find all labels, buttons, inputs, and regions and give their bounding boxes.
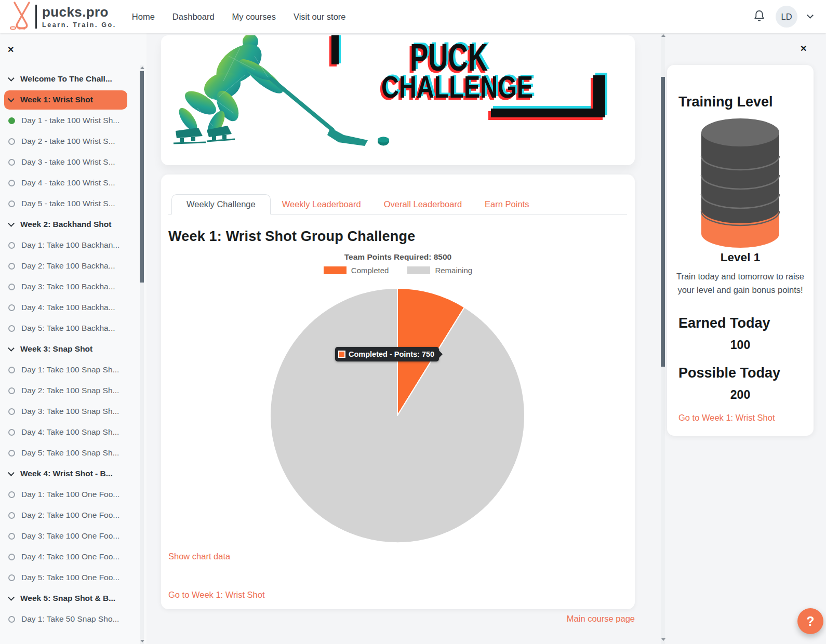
drawer-go-to-week-link[interactable]: Go to Week 1: Wrist Shot [678,413,775,423]
course-index-activity[interactable]: Day 1: Take 100 Backhan... [0,235,137,256]
hockey-sticks-logo-icon [8,1,33,32]
course-index-label: Week 5: Snap Shot & B... [20,594,115,603]
course-index-activity[interactable]: Day 4: Take 100 Snap Sh... [0,422,137,442]
tab-weekly-challenge[interactable]: Weekly Challenge [171,194,271,214]
top-navbar: pucks.pro Learn. Train. Go. Home Dashboa… [0,0,826,33]
incomplete-circle-icon [8,304,15,311]
nav-item-dashboard[interactable]: Dashboard [172,12,215,22]
nav-item-my-courses[interactable]: My courses [232,12,276,22]
chart-legend: CompletedRemaining [161,266,635,275]
course-index-activity[interactable]: Day 2 - take 100 Wrist S... [0,131,137,152]
course-index-section[interactable]: Week 4: Wrist Shot - B... [0,463,137,484]
nav-item-visit-store[interactable]: Visit our store [294,12,346,22]
chart-tooltip: Completed - Points: 750 [335,347,439,361]
course-index-activity[interactable]: Day 1: Take 50 Snap Sho... [0,609,137,629]
legend-label: Remaining [435,266,472,275]
legend-swatch-icon [407,266,430,274]
course-index-activity[interactable]: Day 1 - take 100 Wrist Sh... [0,110,137,131]
course-index-section[interactable]: Week 2: Backhand Shot [0,214,137,235]
show-chart-data-link[interactable]: Show chart data [168,552,230,561]
tab-overall-leaderboard[interactable]: Overall Leaderboard [384,194,462,214]
scroll-up-arrow-icon[interactable] [661,34,665,37]
course-index-activity[interactable]: Day 1: Take 100 One Foo... [0,484,137,505]
course-index-activity[interactable]: Day 3: Take 100 One Foo... [0,526,137,546]
scroll-down-arrow-icon[interactable] [140,640,144,642]
course-index-list: Welcome To The Chall...Week 1: Wrist Sho… [0,69,137,629]
course-index-activity[interactable]: Day 2: Take 100 Backha... [0,256,137,276]
nav-item-home[interactable]: Home [132,12,155,22]
notification-bell-icon[interactable] [753,9,765,24]
incomplete-circle-icon [8,159,15,166]
course-index-sidebar: ✕ Welcome To The Chall...Week 1: Wrist S… [0,33,146,644]
incomplete-circle-icon [8,616,15,623]
pie-chart[interactable] [268,286,527,545]
training-level-card: Training Level Level 1 Train today and t… [667,65,814,436]
puck-challenge-hero-art: PUCK PUCK PUCK CHALLENGE CHALLENGE CHALL… [161,35,635,165]
tooltip-swatch-icon [338,351,345,358]
course-index-label: Day 5 - take 100 Wrist S... [21,199,115,208]
course-index-section[interactable]: Week 1: Wrist Shot [4,90,127,110]
legend-item-completed[interactable]: Completed [324,266,389,275]
main-scrollbar[interactable] [661,77,665,367]
chart-title: Team Points Required: 8500 [161,252,635,262]
hero-banner-card: PUCK PUCK PUCK CHALLENGE CHALLENGE CHALL… [161,35,635,165]
close-icon[interactable]: ✕ [800,44,807,53]
course-index-activity[interactable]: Day 3: Take 100 Snap Sh... [0,401,137,422]
avatar[interactable]: LD [776,6,797,28]
chevron-down-icon [8,594,15,601]
chevron-down-icon [8,96,15,102]
svg-text:CHALLENGE: CHALLENGE [381,70,533,104]
incomplete-circle-icon [8,138,15,145]
go-to-week-link[interactable]: Go to Week 1: Wrist Shot [168,590,265,600]
completed-dot-icon [8,117,15,124]
course-index-activity[interactable]: Day 2: Take 100 One Foo... [0,505,137,526]
help-button[interactable]: ? [797,608,823,634]
course-index-label: Day 4: Take 100 Backha... [21,303,115,312]
course-index-activity[interactable]: Day 4 - take 100 Wrist S... [0,172,137,193]
tab-bar: Weekly ChallengeWeekly LeaderboardOveral… [168,194,627,214]
legend-item-remaining[interactable]: Remaining [407,266,472,275]
course-index-section[interactable]: Week 5: Snap Shot & B... [0,588,137,609]
tab-weekly-leaderboard[interactable]: Weekly Leaderboard [282,194,361,214]
scroll-down-arrow-icon[interactable] [661,638,665,641]
course-index-activity[interactable]: Day 5 - take 100 Wrist S... [0,193,137,214]
course-index-label: Day 4: Take 100 Snap Sh... [21,427,119,437]
pie-slice-remaining [270,288,525,543]
hockey-player-art [174,35,389,146]
course-index-label: Week 1: Wrist Shot [20,95,93,104]
course-index-activity[interactable]: Day 4: Take 100 One Foo... [0,546,137,567]
course-index-label: Welcome To The Chall... [20,74,112,84]
close-icon[interactable]: ✕ [7,45,14,55]
tooltip-text: Completed - Points: 750 [349,350,434,358]
chevron-down-icon[interactable] [807,12,814,19]
course-index-section[interactable]: Welcome To The Chall... [0,69,137,89]
course-index-activity[interactable]: Day 1: Take 100 Snap Sh... [0,359,137,380]
course-index-label: Day 1: Take 50 Snap Sho... [21,614,119,624]
course-index-label: Day 4: Take 100 One Foo... [21,552,119,561]
training-level-cylinder-icon [699,117,782,254]
course-index-activity[interactable]: Day 5: Take 100 One Foo... [0,567,137,588]
incomplete-circle-icon [8,408,15,415]
main-course-page-link[interactable]: Main course page [567,614,635,624]
incomplete-circle-icon [8,387,15,394]
sidebar-scrollbar[interactable] [140,71,144,283]
incomplete-circle-icon [8,533,15,540]
course-index-activity[interactable]: Day 2: Take 100 Snap Sh... [0,380,137,401]
earned-today-value: 100 [667,338,814,352]
course-index-activity[interactable]: Day 3 - take 100 Wrist S... [0,152,137,172]
scroll-up-arrow-icon[interactable] [140,66,144,69]
course-index-activity[interactable]: Day 5: Take 100 Backha... [0,318,137,339]
brand-divider [35,5,37,29]
incomplete-circle-icon [8,512,15,519]
course-index-section[interactable]: Week 3: Snap Shot [0,339,137,359]
course-index-activity[interactable]: Day 4: Take 100 Backha... [0,297,137,318]
incomplete-circle-icon [8,180,15,186]
tab-earn-points[interactable]: Earn Points [485,194,529,214]
challenge-card: Weekly ChallengeWeekly LeaderboardOveral… [161,175,635,609]
brand-name: pucks.pro [42,5,116,19]
brand-logo[interactable]: pucks.pro Learn. Train. Go. [8,1,116,32]
course-index-activity[interactable]: Day 5: Take 100 Snap Sh... [0,442,137,463]
course-index-activity[interactable]: Day 3: Take 100 Backha... [0,276,137,297]
blocks-drawer: ✕ Training Level Level 1 Train today and… [666,33,826,644]
incomplete-circle-icon [8,574,15,581]
